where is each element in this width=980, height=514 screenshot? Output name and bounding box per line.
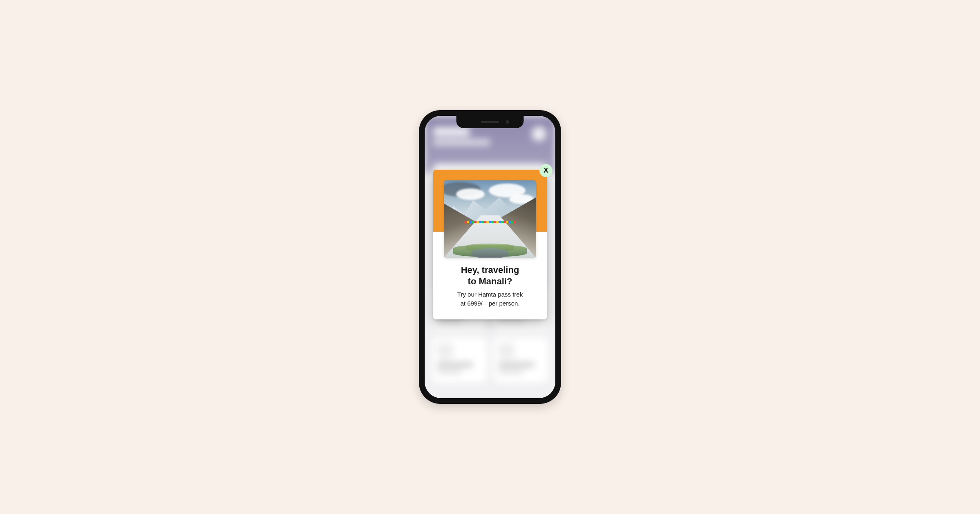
popup-title: Hey, traveling to Manali? — [442, 264, 538, 287]
popup-desc-line1: Try our Hamta pass trek — [457, 291, 523, 298]
bg-subtitle-placeholder — [433, 140, 490, 145]
phone-frame: X — [419, 110, 561, 321]
camera-icon — [506, 120, 509, 124]
phone-notch — [457, 116, 524, 128]
popup-title-line1: Hey, traveling — [461, 265, 519, 275]
phone-screen: X — [425, 116, 555, 321]
bg-title-placeholder — [433, 127, 470, 136]
promo-popup: X — [433, 170, 547, 319]
close-icon: X — [543, 166, 548, 175]
speaker-icon — [481, 121, 499, 123]
avatar — [532, 126, 546, 141]
popup-hero-image — [444, 180, 536, 258]
close-button[interactable]: X — [539, 164, 552, 177]
popup-header-band — [433, 170, 547, 232]
popup-description: Try our Hamta pass trek at 6999/—per per… — [442, 290, 538, 308]
popup-desc-line2: at 6999/—per person. — [460, 300, 519, 307]
popup-title-line2: to Manali? — [468, 276, 512, 286]
